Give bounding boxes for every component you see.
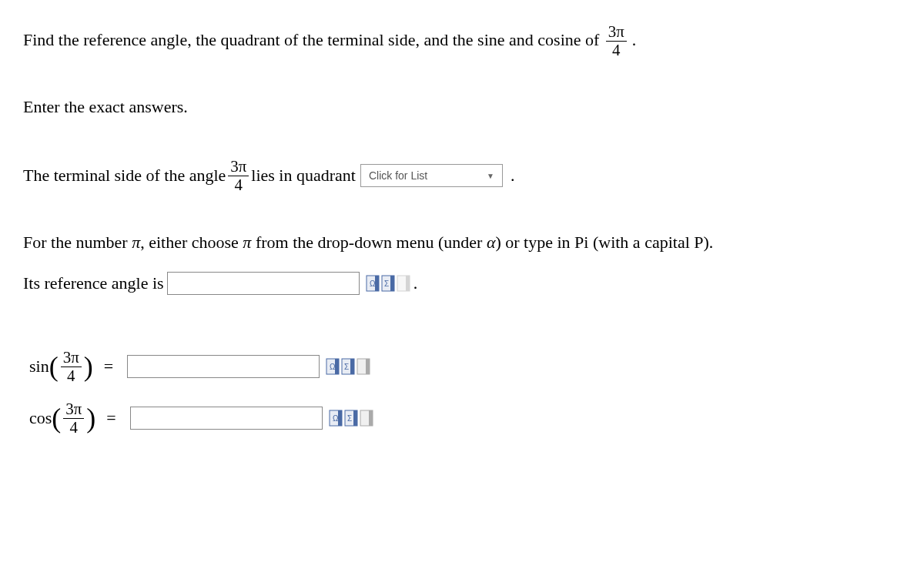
instruction-exact: Enter the exact answers. (23, 94, 901, 119)
cos-label: cos ( 3π 4 ) (29, 400, 95, 437)
sin-input[interactable] (127, 355, 320, 378)
svg-text:Ω: Ω (370, 279, 376, 288)
cos-input[interactable] (130, 407, 323, 430)
cos-equation-row: cos ( 3π 4 ) = Ω Σ (29, 400, 901, 437)
formula-help-icon[interactable]: Σ (344, 410, 358, 427)
quadrant-prefix: The terminal side of the angle (23, 166, 226, 186)
dropdown-placeholder: Click for List (369, 169, 427, 182)
help-icon[interactable] (360, 410, 373, 427)
quadrant-line: The terminal side of the angle 3π 4 lies… (23, 158, 901, 194)
svg-rect-9 (335, 359, 339, 374)
cos-tool-icons: Ω Σ (329, 410, 373, 427)
reference-label: Its reference angle is (23, 273, 164, 293)
svg-rect-23 (369, 410, 373, 426)
reference-tool-icons: Ω Σ (366, 275, 410, 292)
svg-rect-7 (406, 276, 410, 291)
equation-editor-icon[interactable]: Ω (366, 275, 380, 292)
help-icon[interactable] (397, 275, 410, 292)
svg-rect-20 (353, 410, 357, 426)
question-suffix: . (632, 30, 637, 49)
question-angle-fraction: 3π 4 (606, 23, 627, 59)
reference-suffix: . (413, 273, 418, 293)
svg-text:Ω: Ω (333, 414, 339, 423)
equation-editor-icon[interactable]: Ω (326, 358, 340, 375)
question-prefix: Find the reference angle, the quadrant o… (23, 30, 604, 49)
formula-help-icon[interactable]: Σ (381, 275, 395, 292)
cos-equals: = (106, 408, 116, 428)
question-prompt: Find the reference angle, the quadrant o… (23, 23, 901, 59)
sin-tool-icons: Ω Σ (326, 358, 370, 375)
svg-text:Σ: Σ (347, 414, 352, 423)
chevron-down-icon: ▼ (487, 172, 494, 180)
svg-rect-15 (366, 359, 370, 374)
formula-help-icon[interactable]: Σ (341, 358, 355, 375)
svg-text:Σ: Σ (344, 363, 349, 371)
reference-angle-input[interactable] (167, 272, 360, 295)
svg-text:Ω: Ω (330, 363, 336, 371)
equation-editor-icon[interactable]: Ω (329, 410, 343, 427)
quadrant-suffix: . (511, 166, 515, 186)
svg-rect-17 (338, 410, 342, 426)
pi-instruction: For the number π, either choose π from t… (23, 233, 901, 253)
help-icon[interactable] (357, 358, 370, 375)
svg-rect-4 (390, 276, 394, 291)
svg-text:Σ: Σ (384, 279, 389, 288)
sin-equation-row: sin ( 3π 4 ) = Ω Σ (29, 349, 901, 385)
quadrant-angle-fraction: 3π 4 (228, 158, 249, 194)
svg-rect-1 (375, 276, 379, 291)
quadrant-dropdown[interactable]: Click for List ▼ (360, 164, 503, 187)
quadrant-middle: lies in quadrant (251, 166, 356, 186)
sin-label: sin ( 3π 4 ) (29, 349, 93, 385)
sin-equals: = (104, 356, 113, 377)
reference-angle-line: Its reference angle is Ω Σ . (23, 272, 901, 295)
svg-rect-12 (350, 359, 354, 374)
sin-angle-fraction: 3π 4 (61, 349, 82, 385)
cos-angle-fraction: 3π 4 (63, 400, 84, 437)
